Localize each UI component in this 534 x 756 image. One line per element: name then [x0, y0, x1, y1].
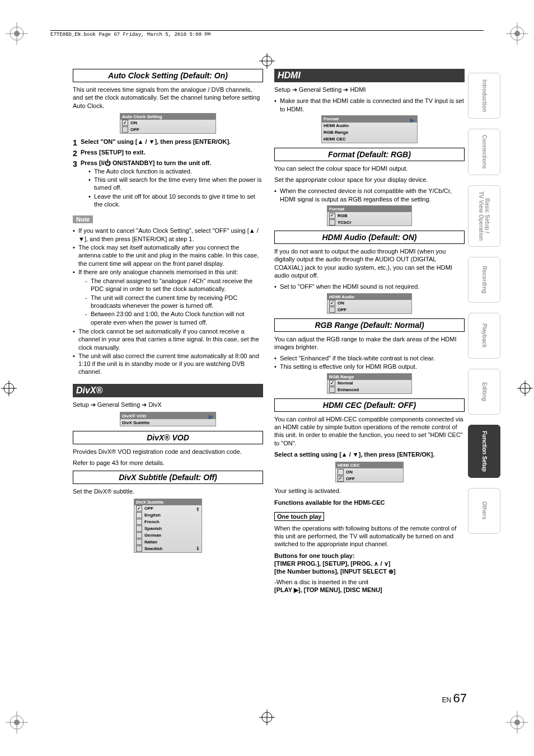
tab-recording: Recording	[468, 257, 500, 303]
heading-rgb-range: RGB Range (Default: Normal)	[274, 318, 465, 332]
checkbox-icon	[338, 476, 344, 482]
note-dash: Between 23:00 and 1:00, the Auto Clock f…	[85, 310, 263, 326]
hdmi-intro: Make sure that the HDMI cable is connect…	[274, 97, 465, 113]
checkbox-icon	[136, 505, 142, 511]
osd-option: OFF	[338, 307, 346, 312]
step3-bullet: The Auto clock function is activated.	[88, 167, 263, 175]
divx-vod-p2: Refer to page 43 for more details.	[73, 459, 263, 467]
osd-option: RGB	[338, 213, 348, 218]
note-dash: The unit will correct the current time b…	[85, 294, 263, 310]
osd-option: DivX Subtitle	[122, 420, 149, 425]
rgb-p: You can adjust the RGB range to make the…	[274, 335, 465, 351]
checkbox-icon	[122, 120, 128, 126]
tab-others: Others	[468, 488, 500, 534]
osd-option: YCbCr	[338, 220, 352, 225]
divx-vod-p1: Provides DivX® VOD registration code and…	[73, 448, 263, 456]
checkbox-icon	[136, 546, 142, 552]
checkbox-icon	[136, 519, 142, 525]
cec-step-b: ], then press [ENTER/OK].	[359, 451, 435, 458]
note-label: Note	[73, 215, 93, 223]
osd-title: RGB Range	[327, 374, 411, 380]
format-p2: Set the appropriate colour space for you…	[274, 176, 465, 184]
step3-bullet: This unit will search for the time every…	[88, 176, 263, 192]
osd-title: Format	[327, 206, 411, 212]
osd-title: HDMI Audio	[327, 294, 411, 300]
osd-option: German	[144, 533, 161, 538]
osd-option: French	[144, 519, 160, 524]
checkbox-icon	[136, 539, 142, 545]
page-number: EN 67	[442, 691, 467, 706]
crosshair-icon	[259, 53, 275, 69]
heading-hdmi-cec: HDMI CEC (Default: OFF)	[274, 398, 465, 412]
tab-connections: Connections	[468, 129, 500, 175]
checkbox-icon	[136, 512, 142, 518]
cec-activated: Your setting is activated.	[274, 487, 465, 495]
right-column: HDMI Setup ➔ General Setting ➔ HDMI Make…	[274, 69, 465, 594]
crosshair-icon	[259, 710, 275, 725]
rgb-bullet: Select "Enhanced" if the black-white con…	[274, 354, 465, 362]
arrow-right-icon: ▶	[209, 414, 213, 420]
note-bullet: If there are only analogue channels memo…	[73, 268, 263, 326]
note-bullet: The clock may set itself automatically a…	[73, 243, 263, 267]
checkbox-icon	[329, 300, 335, 306]
step-number: 3	[73, 159, 81, 210]
tab-function-setup: Function Setup	[468, 425, 500, 478]
checkbox-icon	[136, 525, 142, 532]
osd-option: Swedish	[144, 546, 162, 551]
osd-option: DivX® VOD	[122, 414, 146, 419]
osd-option: ON	[346, 469, 353, 475]
osd-option: Format	[324, 116, 339, 121]
note-dash: The channel assigned to "analogue / 4Ch"…	[85, 277, 263, 293]
checkbox-icon	[136, 532, 142, 538]
auto-clock-intro: This unit receives time signals from the…	[73, 86, 263, 110]
crosshair-icon	[517, 381, 533, 396]
osd-hdmi: Format▶ HDMI Audio RGB Range HDMI CEC	[321, 115, 418, 143]
one-touch-p: When the operations with following butto…	[274, 524, 465, 548]
format-bullet: When the connected device is not compati…	[274, 187, 465, 203]
step3-bullet: Leave the unit off for about 10 seconds …	[88, 192, 263, 209]
step-number: 1	[73, 138, 81, 147]
crop-mark-icon	[506, 22, 528, 45]
heading-divx-subtitle: DivX Subtitle (Default: Off)	[73, 471, 263, 484]
osd-divx-subtitle: DivX Subtitle OFF⇧ English French Spanis…	[134, 499, 202, 553]
note-bullet: The clock cannot be set automatically if…	[73, 327, 263, 351]
one-touch-play-box: One touch play	[274, 512, 324, 521]
heading-hdmi: HDMI	[274, 69, 465, 82]
book-header: E7TE0BD_EN.book Page 67 Friday, March 5,…	[50, 30, 484, 37]
buttons-line2: [the Number buttons], [INPUT SELECT ⊕]	[274, 568, 396, 575]
left-column: Auto Clock Setting (Default: On) This un…	[73, 69, 263, 594]
prog-up-down-icon: ∧ / ∨	[374, 560, 388, 567]
up-down-icon: ▲ / ▼	[138, 138, 155, 145]
osd-option: Normal	[338, 381, 353, 386]
checkbox-icon	[329, 380, 335, 386]
note-bullet: If you want to cancel "Auto Clock Settin…	[73, 227, 263, 243]
audio-bullet: Set to "OFF" when the HDMI sound is not …	[274, 283, 465, 290]
tab-basic-setup: Basic Setup / TV View Operation	[468, 185, 500, 247]
step2-text: Press [SETUP] to exit.	[81, 149, 146, 156]
hdmi-path: Setup ➔ General Setting ➔ HDMI	[274, 86, 465, 93]
osd-divx: DivX® VOD▶ DivX Subtitle	[120, 412, 216, 426]
heading-format: Format (Default: RGB)	[274, 148, 465, 161]
osd-auto-clock: Auto Clock Setting ON OFF	[120, 113, 216, 134]
crop-mark-icon	[6, 22, 28, 45]
section-tabs: Introduction Connections Basic Setup / T…	[468, 73, 500, 534]
cec-step-a: Select a setting using [	[274, 451, 341, 458]
divx-path: Setup ➔ General Setting ➔ DivX	[73, 401, 263, 408]
osd-title: Auto Clock Setting	[120, 114, 216, 120]
osd-option: HDMI CEC	[324, 137, 346, 142]
checkbox-icon	[329, 387, 335, 393]
crop-mark-icon	[6, 711, 28, 734]
step3-text2: ON/STANDBY] to turn the unit off.	[111, 159, 211, 166]
osd-option: OFF	[130, 127, 139, 132]
up-down-icon: ▲ / ▼	[341, 451, 359, 458]
step1-text2: ], then press [ENTER/OK].	[154, 138, 231, 145]
note-bullet: The unit will also correct the current t…	[73, 352, 263, 376]
rgb-bullet: This setting is effective only for HDMI …	[274, 363, 465, 370]
tab-editing: Editing	[468, 369, 500, 415]
format-p1: You can select the colour space for HDMI…	[274, 165, 465, 172]
buttons-line1b: ]	[388, 560, 391, 567]
tab-playback: Playback	[468, 313, 500, 359]
heading-divx-vod: DivX® VOD	[73, 431, 263, 444]
heading-auto-clock: Auto Clock Setting (Default: On)	[73, 69, 263, 82]
crop-mark-icon	[506, 711, 528, 734]
